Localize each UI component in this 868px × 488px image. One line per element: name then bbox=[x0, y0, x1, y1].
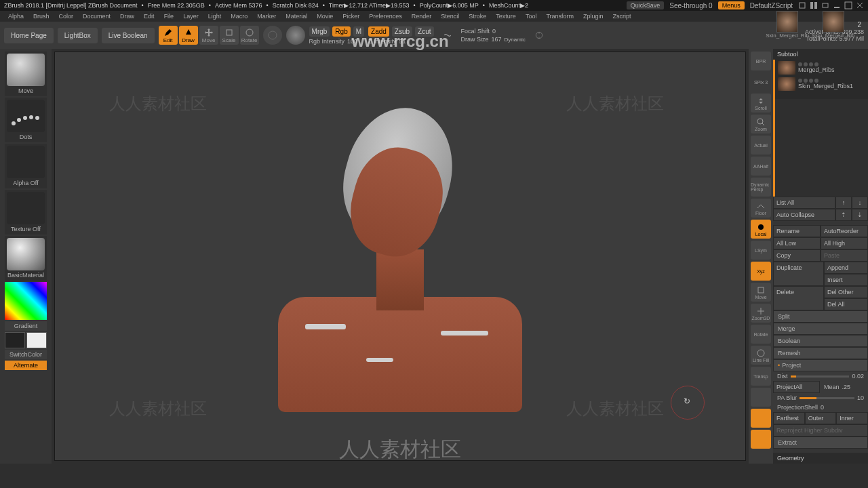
move-view-button[interactable]: Zoom3D bbox=[751, 304, 771, 323]
geometry-header[interactable]: Geometry bbox=[773, 453, 868, 464]
brush-slot[interactable]: Move bbox=[5, 52, 47, 96]
sculptris-icon[interactable] bbox=[286, 26, 305, 45]
paste-button[interactable]: Paste bbox=[821, 249, 868, 262]
draw-mode-button[interactable]: Draw bbox=[179, 26, 198, 45]
menu-item[interactable]: Tool bbox=[526, 13, 537, 20]
zoom3d-button[interactable]: Rotate bbox=[751, 325, 771, 344]
menu-item[interactable]: Edit bbox=[144, 13, 155, 20]
lightbox-button[interactable]: LightBox bbox=[58, 28, 98, 43]
menu-item[interactable]: Alpha bbox=[8, 13, 24, 20]
seethrough-slider[interactable]: See-through 0 bbox=[669, 2, 712, 9]
rgb-button[interactable]: Rgb bbox=[332, 26, 350, 37]
persp-button[interactable]: Dynamic Persp bbox=[751, 178, 771, 197]
autoreorder-button[interactable]: AutoReorder bbox=[821, 225, 868, 237]
menu-item[interactable]: Document bbox=[83, 13, 111, 20]
actual-button[interactable]: Actual bbox=[751, 136, 771, 155]
menu-item[interactable]: Transform bbox=[546, 13, 574, 20]
menu-item[interactable]: Color bbox=[59, 13, 74, 20]
linefill-button[interactable]: Transp bbox=[751, 367, 771, 386]
menu-item[interactable]: Zplugin bbox=[583, 13, 604, 20]
outer-button[interactable]: Outer bbox=[805, 412, 837, 424]
duplicate-button[interactable]: Duplicate bbox=[773, 262, 824, 286]
menus-button[interactable]: Menus bbox=[718, 1, 745, 9]
farthest-button[interactable]: Farthest bbox=[773, 412, 805, 424]
copy-button[interactable]: Copy bbox=[773, 249, 821, 262]
move-up-icon[interactable]: ⇡ bbox=[835, 209, 852, 221]
menu-item[interactable]: Stencil bbox=[441, 13, 459, 20]
project-section[interactable]: Project bbox=[773, 359, 868, 371]
window-icon[interactable] bbox=[798, 1, 806, 9]
merge-section[interactable]: Merge bbox=[773, 323, 868, 335]
alpha-slot[interactable]: Alpha Off bbox=[5, 144, 47, 188]
menu-item[interactable]: Render bbox=[412, 13, 432, 20]
inner-button[interactable]: Inner bbox=[836, 412, 868, 424]
delete-button[interactable]: Delete bbox=[773, 286, 824, 310]
menu-item[interactable]: Brush bbox=[33, 13, 50, 20]
delother-button[interactable]: Del Other bbox=[824, 286, 868, 298]
allhigh-button[interactable]: All High bbox=[821, 237, 868, 249]
extract-section[interactable]: Extract bbox=[773, 436, 868, 449]
scroll-button[interactable]: Scroll bbox=[751, 94, 771, 113]
minimize-icon[interactable] bbox=[833, 1, 841, 9]
m-button[interactable]: M bbox=[353, 26, 364, 37]
aahalf-button[interactable]: AAHalf bbox=[751, 157, 771, 176]
color-picker[interactable] bbox=[5, 282, 47, 320]
gizmo-icon[interactable] bbox=[263, 26, 282, 45]
scene-thumb[interactable] bbox=[776, 11, 798, 33]
zsub-button[interactable]: Zsub bbox=[392, 26, 412, 37]
down-arrow-icon[interactable]: ↓ bbox=[852, 197, 868, 209]
focal-shift-value[interactable]: 0 bbox=[492, 28, 496, 35]
color-swatches[interactable] bbox=[5, 332, 47, 348]
up-arrow-icon[interactable]: ↑ bbox=[835, 197, 852, 209]
split-section[interactable]: Split bbox=[773, 310, 868, 323]
append-button[interactable]: Append bbox=[824, 262, 868, 274]
dynamic-icon[interactable] bbox=[530, 26, 549, 45]
mrgb-button[interactable]: Mrgb bbox=[309, 26, 330, 37]
move-mode-button[interactable]: Move bbox=[199, 26, 218, 45]
reproject-button[interactable]: Reproject Higher Subdiv bbox=[773, 424, 868, 436]
local-button[interactable]: Local bbox=[751, 220, 771, 239]
boolean-section[interactable]: Boolean bbox=[773, 335, 868, 347]
projectall-button[interactable]: ProjectAll bbox=[773, 381, 820, 393]
stroke-slot[interactable]: Dots bbox=[5, 98, 47, 142]
move-down-icon[interactable]: ⇣ bbox=[852, 209, 868, 221]
subtool-item[interactable]: Skin_Merged_Ribs1 bbox=[775, 76, 868, 92]
z-intensity-value[interactable]: 51 bbox=[399, 38, 406, 45]
frame-button[interactable]: Move bbox=[751, 283, 771, 302]
menu-item[interactable]: Picker bbox=[342, 13, 359, 20]
floor-button[interactable]: Floor bbox=[751, 199, 771, 218]
menu-item[interactable]: File bbox=[164, 13, 174, 20]
subtool-item[interactable]: Merged_Ribs bbox=[775, 60, 868, 76]
homepage-button[interactable]: Home Page bbox=[4, 28, 54, 43]
draw-size-value[interactable]: 167 bbox=[492, 36, 502, 43]
menu-item[interactable]: Zscript bbox=[613, 13, 631, 20]
menu-item[interactable]: Movie bbox=[317, 13, 333, 20]
menu-item[interactable]: Macro bbox=[231, 13, 248, 20]
autocollapse-button[interactable]: Auto Collapse bbox=[773, 209, 835, 221]
listall-button[interactable]: List All bbox=[773, 197, 835, 209]
bpr-button[interactable]: BPR bbox=[751, 52, 771, 70]
zcut-button[interactable]: Zcut bbox=[415, 26, 433, 37]
insert-button[interactable]: Insert bbox=[824, 274, 868, 286]
menu-item[interactable]: Light bbox=[208, 13, 222, 20]
lsym-button[interactable]: LSym bbox=[751, 241, 771, 260]
dist-slider[interactable]: Dist0.02 bbox=[773, 371, 868, 381]
zadd-button[interactable]: Zadd bbox=[368, 26, 389, 37]
texture-slot[interactable]: Texture Off bbox=[5, 190, 47, 235]
quicksave-button[interactable]: QuickSave bbox=[627, 1, 665, 9]
material-slot[interactable]: BasicMaterial bbox=[5, 236, 47, 281]
scene-thumb[interactable] bbox=[823, 11, 844, 33]
projectionshell-slider[interactable]: ProjectionShell0 bbox=[773, 403, 868, 412]
solo-button[interactable] bbox=[751, 430, 771, 449]
alternate-button[interactable]: Alternate bbox=[5, 361, 47, 370]
spix-label[interactable]: SPix 3 bbox=[751, 73, 771, 92]
zoom-button[interactable]: Zoom bbox=[751, 115, 771, 134]
gradient-button[interactable]: Gradient bbox=[5, 321, 47, 331]
delall-button[interactable]: Del All bbox=[824, 298, 868, 310]
remesh-section[interactable]: Remesh bbox=[773, 347, 868, 359]
edit-mode-button[interactable]: Edit bbox=[159, 26, 178, 45]
menu-item[interactable]: Texture bbox=[496, 13, 516, 20]
xyz-button[interactable]: Xyz bbox=[751, 262, 771, 281]
menu-item[interactable]: Marker bbox=[257, 13, 276, 20]
menu-item[interactable]: Draw bbox=[120, 13, 134, 20]
